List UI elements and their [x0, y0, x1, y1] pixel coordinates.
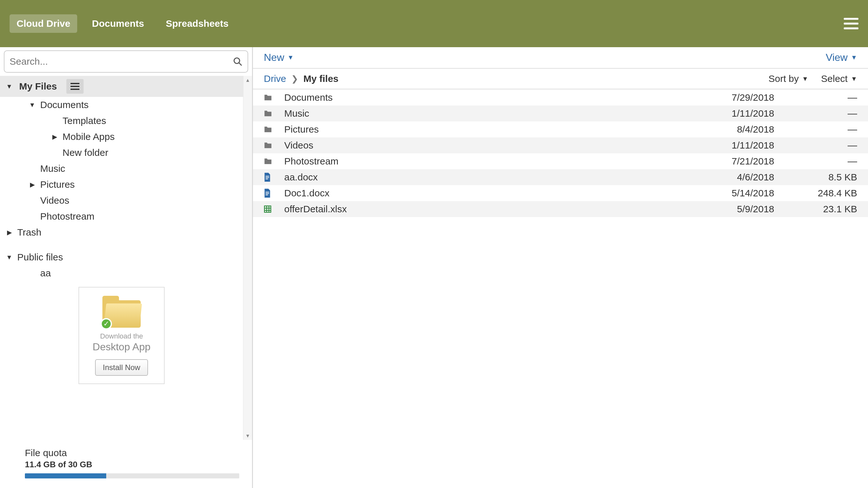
- file-date: 7/21/2018: [691, 156, 774, 167]
- sort-by-button[interactable]: Sort by ▼: [769, 73, 808, 84]
- folder-tree: ▼ My Files ▼ Documents ▶ Templates ▶ M: [0, 76, 252, 384]
- new-button[interactable]: New ▼: [264, 52, 294, 63]
- folder-icon: [264, 110, 277, 117]
- tree-node-documents[interactable]: ▼ Documents: [0, 97, 243, 113]
- file-name: aa.docx: [284, 172, 691, 183]
- main-panel: New ▼ View ▼ Drive ❯ My files Sort by ▼ …: [253, 47, 868, 488]
- file-list: Documents7/29/2018—Music1/11/2018—Pictur…: [253, 90, 868, 488]
- spreadsheet-icon: [264, 205, 277, 213]
- file-name: Documents: [284, 92, 691, 103]
- svg-rect-5: [266, 192, 269, 193]
- folder-icon: [264, 94, 277, 101]
- folder-icon: [264, 126, 277, 133]
- scroll-up-icon[interactable]: ▴: [243, 76, 252, 84]
- top-tabs: Cloud Drive Documents Spreadsheets: [9, 14, 236, 33]
- file-date: 4/6/2018: [691, 172, 774, 183]
- sidebar: ▼ My Files ▼ Documents ▶ Templates ▶ M: [0, 47, 253, 488]
- tree-node-templates[interactable]: ▶ Templates: [0, 113, 243, 129]
- file-row[interactable]: Photostream7/21/2018—: [253, 153, 868, 169]
- quota-bar-fill: [25, 473, 106, 479]
- caret-down-icon: ▼: [851, 75, 857, 83]
- folder-icon: [264, 142, 277, 149]
- tree-root-my-files[interactable]: ▼ My Files: [0, 76, 243, 97]
- tree-node-aa[interactable]: ▶ aa: [0, 265, 243, 281]
- file-size: —: [774, 156, 857, 167]
- file-size: —: [774, 140, 857, 151]
- tree-node-label: Documents: [40, 99, 89, 110]
- document-icon: [264, 189, 277, 198]
- tree-root-label: My Files: [19, 81, 57, 92]
- promo-line2: Desktop App: [85, 341, 158, 353]
- view-button[interactable]: View ▼: [826, 52, 857, 63]
- caret-right-icon[interactable]: ▶: [5, 229, 13, 236]
- file-row[interactable]: Doc1.docx5/14/2018248.4 KB: [253, 185, 868, 201]
- toolbar: New ▼ View ▼: [253, 47, 868, 69]
- caret-down-icon[interactable]: ▼: [5, 254, 13, 261]
- search-box: [4, 51, 248, 73]
- folder-icon: [264, 158, 277, 165]
- svg-rect-6: [266, 193, 269, 194]
- caret-right-icon[interactable]: ▶: [51, 133, 59, 140]
- tree-node-trash[interactable]: ▶ Trash: [0, 224, 243, 240]
- promo-line1: Download the: [85, 332, 158, 340]
- svg-rect-8: [265, 206, 271, 212]
- tree-node-label: Trash: [17, 227, 41, 238]
- file-row[interactable]: offerDetail.xlsx5/9/201823.1 KB: [253, 201, 868, 217]
- tree-node-public-files[interactable]: ▼ Public files: [0, 249, 243, 265]
- tree-node-label: Public files: [17, 252, 63, 263]
- chevron-right-icon: ❯: [291, 74, 298, 84]
- tree-node-music[interactable]: ▶ Music: [0, 161, 243, 176]
- file-name: Pictures: [284, 124, 691, 135]
- file-size: 8.5 KB: [774, 172, 857, 183]
- menu-icon[interactable]: [844, 18, 859, 29]
- caret-right-icon[interactable]: ▶: [28, 181, 36, 188]
- tree-node-photostream[interactable]: ▶ Photostream: [0, 208, 243, 224]
- tree-node-new-folder[interactable]: ▶ New folder: [0, 145, 243, 161]
- check-badge-icon: ✓: [100, 318, 112, 330]
- list-view-toggle-icon[interactable]: [66, 79, 84, 94]
- tab-spreadsheets[interactable]: Spreadsheets: [159, 14, 236, 33]
- breadcrumb-current: My files: [303, 73, 338, 84]
- file-date: 5/9/2018: [691, 204, 774, 215]
- file-row[interactable]: Music1/11/2018—: [253, 105, 868, 122]
- new-label: New: [264, 52, 284, 63]
- select-button[interactable]: Select ▼: [821, 73, 857, 84]
- svg-rect-2: [266, 176, 269, 176]
- file-size: —: [774, 92, 857, 103]
- breadcrumb-drive[interactable]: Drive: [264, 73, 286, 84]
- file-size: —: [774, 108, 857, 119]
- file-row[interactable]: Pictures8/4/2018—: [253, 122, 868, 137]
- search-input[interactable]: [9, 56, 233, 67]
- file-quota: File quota 11.4 GB of 30 GB: [0, 440, 252, 488]
- file-row[interactable]: Documents7/29/2018—: [253, 90, 868, 105]
- caret-down-icon[interactable]: ▼: [5, 83, 13, 90]
- tree-node-mobile-apps[interactable]: ▶ Mobile Apps: [0, 129, 243, 145]
- quota-bar: [25, 473, 239, 479]
- tree-node-pictures[interactable]: ▶ Pictures: [0, 176, 243, 193]
- caret-down-icon: ▼: [851, 54, 857, 61]
- file-size: 23.1 KB: [774, 204, 857, 215]
- svg-rect-3: [266, 177, 269, 178]
- quota-label: File quota: [25, 448, 239, 458]
- sort-by-label: Sort by: [769, 73, 799, 84]
- file-row[interactable]: aa.docx4/6/20188.5 KB: [253, 169, 868, 185]
- search-icon[interactable]: [233, 57, 243, 66]
- tab-cloud-drive[interactable]: Cloud Drive: [9, 14, 77, 33]
- file-name: Doc1.docx: [284, 188, 691, 199]
- tree-node-label: Music: [40, 163, 65, 174]
- svg-rect-4: [266, 178, 268, 179]
- caret-down-icon[interactable]: ▼: [28, 101, 36, 109]
- tab-documents[interactable]: Documents: [85, 14, 151, 33]
- file-date: 5/14/2018: [691, 188, 774, 199]
- breadcrumb-bar: Drive ❯ My files Sort by ▼ Select ▼: [253, 69, 868, 90]
- tree-node-videos[interactable]: ▶ Videos: [0, 193, 243, 208]
- document-icon: [264, 173, 277, 182]
- install-now-button[interactable]: Install Now: [95, 359, 148, 376]
- scroll-down-icon[interactable]: ▾: [243, 432, 252, 439]
- tree-node-label: aa: [40, 268, 51, 279]
- file-row[interactable]: Videos1/11/2018—: [253, 137, 868, 153]
- tree-node-label: Photostream: [40, 211, 94, 222]
- file-size: 248.4 KB: [774, 188, 857, 199]
- file-name: offerDetail.xlsx: [284, 204, 691, 215]
- sidebar-scrollbar[interactable]: ▴ ▾: [243, 76, 252, 440]
